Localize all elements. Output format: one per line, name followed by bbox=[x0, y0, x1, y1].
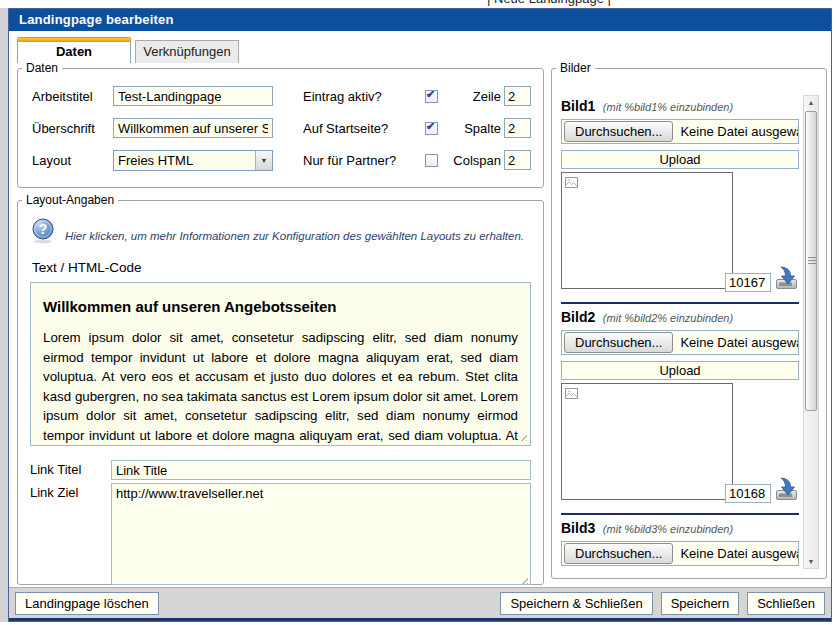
form-row: Arbeitstitel Eintrag aktiv? Zeile bbox=[32, 85, 531, 107]
scroll-down-icon[interactable]: ▼ bbox=[804, 558, 818, 565]
browse-button[interactable]: Durchsuchen... bbox=[564, 121, 673, 142]
html-editor[interactable]: Willkommen auf unseren Angebotsseiten Lo… bbox=[30, 282, 531, 446]
spalte-label: Spalte bbox=[464, 121, 501, 136]
bild2-upload-button[interactable]: Upload bbox=[561, 361, 799, 380]
chevron-down-icon[interactable]: ▼ bbox=[255, 151, 272, 170]
bilder-scroll-area: Bild1 (mit %bild1% einzubinden) Durchsuc… bbox=[561, 93, 799, 570]
nur-fuer-partner-label: Nur für Partner? bbox=[303, 153, 425, 168]
bild1-section: Bild1 (mit %bild1% einzubinden) Durchsuc… bbox=[561, 98, 799, 304]
tab-bar: Daten Verknüpfungen bbox=[17, 37, 239, 63]
bilder-legend: Bilder bbox=[556, 61, 595, 75]
bild2-title: Bild2 bbox=[561, 309, 595, 325]
layout-angaben-fieldset: Layout-Angaben ? Hier klicken, um mehr I… bbox=[17, 193, 544, 585]
background-strip bbox=[0, 8, 8, 622]
bild1-upload-button[interactable]: Upload bbox=[561, 150, 799, 169]
layout-angaben-legend: Layout-Angaben bbox=[22, 193, 118, 207]
broken-image-icon bbox=[565, 176, 579, 190]
dialog-footer: Landingpage löschen Speichern & Schließe… bbox=[9, 587, 831, 621]
bild3-note: (mit %bild3% einzubinden) bbox=[603, 523, 733, 535]
broken-image-icon bbox=[565, 387, 579, 401]
bild2-note: (mit %bild2% einzubinden) bbox=[603, 312, 733, 324]
bild3-file-input[interactable]: Durchsuchen... Keine Datei ausgewä bbox=[561, 541, 799, 566]
auf-startseite-label: Auf Startseite? bbox=[303, 121, 425, 136]
arbeitstitel-input[interactable] bbox=[113, 86, 273, 106]
scrollbar-grip-icon bbox=[808, 257, 816, 265]
file-status-text: Keine Datei ausgewä bbox=[680, 546, 798, 561]
eintrag-aktiv-checkbox[interactable] bbox=[425, 90, 438, 103]
bild1-image-preview bbox=[561, 172, 733, 289]
import-image-icon[interactable] bbox=[773, 266, 799, 290]
tab-verknuepfungen[interactable]: Verknüpfungen bbox=[135, 40, 239, 63]
ueberschrift-input[interactable] bbox=[113, 118, 273, 138]
zeile-label: Zeile bbox=[473, 89, 501, 104]
bild3-section: Bild3 (mit %bild3% einzubinden) Durchsuc… bbox=[561, 520, 799, 570]
link-titel-label: Link Titel bbox=[30, 460, 111, 480]
svg-text:?: ? bbox=[39, 221, 48, 237]
colspan-label: Colspan bbox=[453, 153, 501, 168]
separator bbox=[561, 513, 799, 515]
arbeitstitel-label: Arbeitstitel bbox=[32, 89, 113, 104]
landingpage-edit-dialog: Landingpage bearbeiten Daten Verknüpfung… bbox=[8, 8, 832, 622]
bilder-scrollbar[interactable]: ▲ ▼ bbox=[803, 95, 819, 569]
link-ziel-label: Link Ziel bbox=[30, 483, 111, 588]
form-row: Layout Freies HTML ▼ Nur für Partner? Co… bbox=[32, 149, 531, 171]
resize-handle-icon[interactable] bbox=[518, 432, 527, 441]
tab-daten[interactable]: Daten bbox=[17, 37, 131, 63]
link-ziel-textarea[interactable]: http://www.travelseller.net bbox=[111, 483, 531, 585]
save-button[interactable]: Speichern bbox=[661, 592, 740, 615]
file-status-text: Keine Datei ausgewä bbox=[680, 335, 798, 350]
save-and-close-button[interactable]: Speichern & Schließen bbox=[500, 592, 652, 615]
editor-body-text: Lorem ipsum dolor sit amet, consetetur s… bbox=[43, 328, 518, 446]
bild2-image-id-input[interactable] bbox=[725, 484, 771, 503]
scrollbar-thumb[interactable] bbox=[805, 111, 817, 411]
bild2-section: Bild2 (mit %bild2% einzubinden) Durchsuc… bbox=[561, 309, 799, 515]
scroll-up-icon[interactable]: ▲ bbox=[804, 99, 818, 106]
file-status-text: Keine Datei ausgewä bbox=[680, 124, 798, 139]
delete-landingpage-button[interactable]: Landingpage löschen bbox=[15, 592, 159, 615]
help-icon[interactable]: ? bbox=[30, 217, 56, 247]
background-page: | Neue Landingpage | bbox=[0, 0, 837, 8]
layout-select[interactable]: Freies HTML ▼ bbox=[113, 150, 273, 171]
bild2-image-preview bbox=[561, 383, 733, 500]
eintrag-aktiv-label: Eintrag aktiv? bbox=[303, 89, 425, 104]
neue-landingpage-button-partial[interactable]: | Neue Landingpage | bbox=[487, 0, 611, 6]
bild2-file-input[interactable]: Durchsuchen... Keine Datei ausgewä bbox=[561, 330, 799, 355]
layout-label: Layout bbox=[32, 153, 113, 168]
import-image-icon[interactable] bbox=[773, 477, 799, 501]
ueberschrift-label: Überschrift bbox=[32, 121, 113, 136]
bild1-note: (mit %bild1% einzubinden) bbox=[603, 101, 733, 113]
spalte-input[interactable] bbox=[504, 118, 531, 138]
bilder-fieldset: Bilder Bild1 (mit %bild1% einzubinden) D… bbox=[551, 61, 827, 579]
nur-fuer-partner-checkbox[interactable] bbox=[425, 154, 438, 167]
help-link-text[interactable]: Hier klicken, um mehr Informationen zur … bbox=[65, 230, 524, 247]
close-button[interactable]: Schließen bbox=[747, 592, 825, 615]
browse-button[interactable]: Durchsuchen... bbox=[564, 332, 673, 353]
browse-button[interactable]: Durchsuchen... bbox=[564, 543, 673, 564]
dialog-title: Landingpage bearbeiten bbox=[9, 9, 831, 31]
daten-legend: Daten bbox=[22, 61, 62, 75]
separator bbox=[561, 302, 799, 304]
layout-select-value: Freies HTML bbox=[114, 151, 255, 170]
bild1-title: Bild1 bbox=[561, 98, 595, 114]
bild3-title: Bild3 bbox=[561, 520, 595, 536]
editor-heading: Willkommen auf unseren Angebotsseiten bbox=[43, 298, 518, 315]
link-titel-input[interactable] bbox=[111, 460, 531, 480]
daten-fieldset: Daten Arbeitstitel Eintrag aktiv? Zeile … bbox=[17, 61, 544, 188]
zeile-input[interactable] bbox=[504, 86, 531, 106]
colspan-input[interactable] bbox=[504, 150, 531, 170]
editor-label: Text / HTML-Code bbox=[32, 260, 531, 275]
auf-startseite-checkbox[interactable] bbox=[425, 122, 438, 135]
bild1-image-id-input[interactable] bbox=[725, 273, 771, 292]
bild1-file-input[interactable]: Durchsuchen... Keine Datei ausgewä bbox=[561, 119, 799, 144]
form-row: Überschrift Auf Startseite? Spalte bbox=[32, 117, 531, 139]
